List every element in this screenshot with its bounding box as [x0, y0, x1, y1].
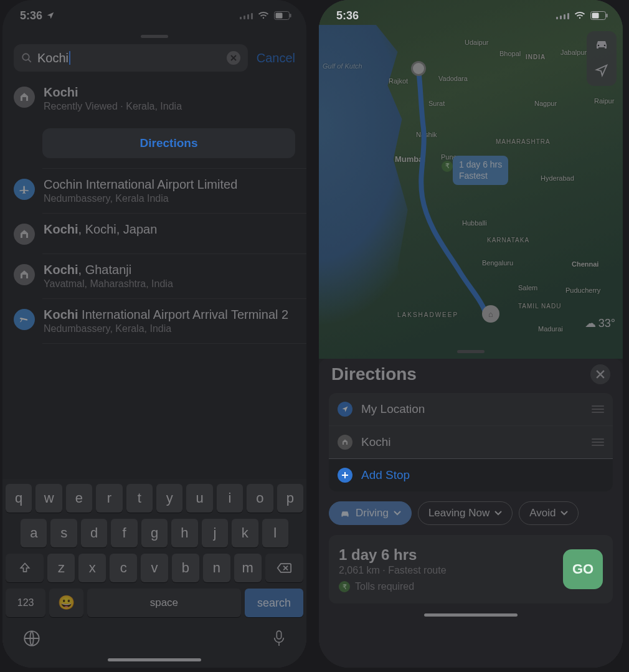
chevron-down-icon [494, 511, 502, 516]
key-z[interactable]: z [47, 554, 75, 582]
search-result[interactable]: Kochi International Airport Arrival Term… [2, 299, 306, 343]
search-result[interactable]: Kochi, Ghatanji Yavatmal, Maharashtra, I… [2, 254, 306, 298]
map-label: Bhopal [499, 50, 521, 57]
key-t[interactable]: t [126, 484, 153, 513]
emoji-key[interactable]: 😀 [49, 589, 83, 617]
wifi-icon [258, 11, 269, 20]
map-label: Chennai [572, 260, 598, 268]
key-m[interactable]: m [234, 554, 262, 582]
sheet-title: Directions [331, 364, 417, 384]
key-l[interactable]: l [262, 519, 288, 547]
result-subtitle: Nedumbassery, Kerala India [44, 193, 295, 204]
key-r[interactable]: r [96, 484, 122, 513]
key-k[interactable]: k [232, 519, 258, 547]
key-a[interactable]: a [21, 519, 47, 547]
sheet-grabber[interactable] [141, 35, 168, 38]
home-indicator[interactable] [108, 658, 201, 661]
go-button[interactable]: GO [563, 549, 603, 589]
key-v[interactable]: v [141, 554, 168, 582]
option-pills: Driving Leaving Now Avoid [329, 501, 613, 525]
pill-avoid[interactable]: Avoid [519, 501, 579, 525]
search-field[interactable]: Kochi [14, 44, 248, 72]
route-start-pin[interactable] [411, 61, 426, 76]
battery-icon [274, 11, 291, 20]
pill-leaving-now[interactable]: Leaving Now [418, 501, 513, 525]
route-time: 1 day 6 hrs [339, 546, 554, 564]
transport-mode-icon[interactable] [594, 37, 609, 52]
key-space[interactable]: space [87, 589, 241, 617]
cloud-icon: ☁ [585, 316, 596, 330]
stops-list: My Location Kochi Add Stop [329, 393, 613, 491]
map-label: Madurai [538, 325, 563, 333]
add-stop-button[interactable]: Add Stop [329, 458, 613, 491]
car-icon [339, 509, 351, 518]
pill-driving[interactable]: Driving [329, 501, 412, 525]
key-c[interactable]: c [110, 554, 137, 582]
recenter-icon[interactable] [595, 64, 608, 80]
status-time: 5:36 [336, 9, 359, 22]
dictation-key[interactable] [272, 630, 286, 650]
key-backspace[interactable] [265, 554, 303, 582]
svg-point-0 [263, 17, 264, 19]
map-label: Udaipur [465, 39, 489, 46]
map-region: INDIA [526, 54, 546, 60]
stop-row[interactable]: Kochi [329, 425, 613, 458]
key-h[interactable]: h [171, 519, 197, 547]
key-o[interactable]: o [247, 484, 273, 513]
route-card[interactable]: 1 day 6 hrs 2,061 km · Fastest route ₹ T… [329, 535, 613, 603]
phone-right: 5:36 Udaipur Bhopal INDIA Jabalpur Rajko… [319, 0, 623, 668]
key-w[interactable]: w [35, 484, 62, 513]
place-icon [14, 224, 35, 245]
weather-widget[interactable]: ☁33° [585, 316, 615, 330]
key-f[interactable]: f [111, 519, 137, 547]
globe-key[interactable] [23, 630, 40, 650]
directions-button[interactable]: Directions [42, 128, 295, 158]
key-i[interactable]: i [217, 484, 243, 513]
svg-rect-6 [277, 631, 281, 639]
airport-depart-icon [14, 309, 35, 330]
key-b[interactable]: b [172, 554, 199, 582]
key-n[interactable]: n [203, 554, 230, 582]
key-y[interactable]: y [156, 484, 182, 513]
cellular-signal-icon [240, 12, 253, 19]
key-e[interactable]: e [66, 484, 92, 513]
map-view[interactable]: 5:36 Udaipur Bhopal INDIA Jabalpur Rajko… [319, 0, 623, 359]
airport-icon [14, 179, 35, 200]
clear-search-button[interactable] [227, 51, 240, 65]
reorder-handle-icon[interactable] [592, 438, 604, 446]
result-subtitle: Yavatmal, Maharashtra, India [44, 278, 295, 290]
search-result[interactable]: Cochin International Airport Limited Ned… [2, 169, 306, 213]
key-u[interactable]: u [186, 484, 212, 513]
search-result[interactable]: Kochi Recently Viewed · Kerala, India [2, 77, 306, 121]
result-title: Kochi, Ghatanji [44, 263, 295, 277]
battery-icon [590, 11, 608, 20]
result-title: Kochi, Kochi, Japan [44, 222, 295, 237]
key-j[interactable]: j [202, 519, 228, 547]
location-services-icon [46, 11, 55, 20]
home-indicator[interactable] [424, 613, 518, 617]
sheet-grabber[interactable] [457, 350, 485, 353]
key-d[interactable]: d [81, 519, 107, 547]
svg-rect-3 [290, 14, 291, 17]
key-p[interactable]: p [277, 484, 303, 513]
key-q[interactable]: q [6, 484, 32, 513]
key-123[interactable]: 123 [6, 589, 45, 617]
key-g[interactable]: g [141, 519, 168, 547]
key-search[interactable]: search [245, 589, 303, 617]
route-end-pin[interactable]: ⌂ [482, 305, 499, 323]
route-time-badge[interactable]: ₹ 1 day 6 hrs Fastest [453, 156, 508, 185]
key-shift[interactable] [6, 554, 44, 582]
reorder-handle-icon[interactable] [592, 405, 604, 413]
key-x[interactable]: x [78, 554, 106, 582]
search-result[interactable]: Kochi, Kochi, Japan [2, 214, 306, 253]
place-icon [14, 264, 35, 285]
svg-point-11 [598, 45, 600, 47]
result-subtitle: Nedumbassery, Kerala, India [44, 323, 295, 334]
close-button[interactable] [590, 364, 610, 384]
search-input[interactable]: Kochi [37, 51, 222, 65]
status-bar: 5:36 [2, 0, 306, 26]
cancel-button[interactable]: Cancel [257, 51, 295, 65]
chevron-down-icon [394, 511, 401, 516]
stop-row[interactable]: My Location [329, 393, 613, 425]
key-s[interactable]: s [50, 519, 77, 547]
